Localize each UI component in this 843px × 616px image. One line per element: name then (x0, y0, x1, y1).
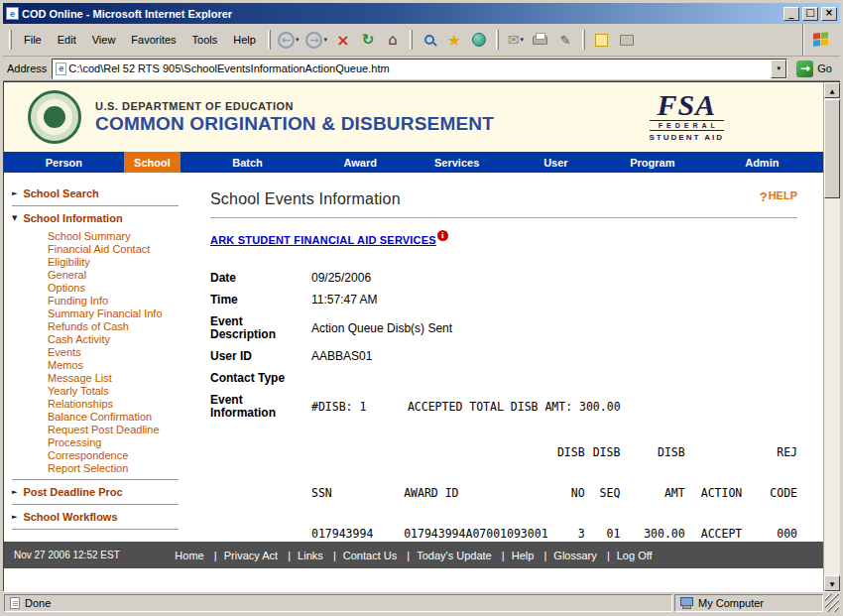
address-input[interactable] (66, 60, 771, 78)
sidebar-item[interactable]: Request Post Deadline Processing (48, 424, 196, 449)
sidebar-section-label: Post Deadline Proc (23, 486, 122, 498)
nav-tab[interactable]: Services (407, 152, 508, 173)
mail-button[interactable]: ✉ ▾ (504, 27, 528, 53)
close-button[interactable]: × (821, 7, 837, 21)
field-label-user-id: User ID (210, 350, 311, 363)
sidebar-divider (12, 479, 179, 480)
sidebar-item[interactable]: Financial Aid Contact (48, 243, 196, 256)
stop-button[interactable]: × (331, 27, 355, 53)
sidebar-item[interactable]: General (48, 269, 196, 282)
sidebar-item[interactable]: Balance Confirmation (48, 411, 196, 424)
menu-bar: FileEditViewFavoritesToolsHelp (16, 32, 264, 48)
sidebar-section-label: School Information (23, 212, 122, 224)
footer-link[interactable]: Log Off (607, 550, 662, 561)
footer-link[interactable]: Glossary (543, 550, 606, 561)
menu-item[interactable]: Edit (50, 32, 84, 48)
refresh-icon: ↻ (362, 31, 375, 49)
sidebar-item[interactable]: Correspondence (48, 449, 196, 462)
sidebar-item[interactable]: Events (48, 346, 196, 359)
window-title: COD Online - Microsoft Internet Explorer (22, 8, 781, 20)
table-header-cell (404, 445, 557, 486)
home-button[interactable]: ⌂ (381, 27, 405, 53)
maximize-button[interactable]: □ (802, 7, 818, 21)
table-header-cell (311, 445, 404, 486)
minimize-button[interactable]: _ (783, 7, 799, 21)
window-icon (6, 7, 19, 20)
sidebar-item[interactable]: School Summary (48, 230, 196, 243)
stop-icon: × (336, 31, 349, 50)
vertical-scrollbar[interactable]: ▲ ▼ (823, 82, 840, 591)
edit-icon: ✎ (560, 33, 571, 48)
sidebar-item[interactable]: Message List (48, 372, 196, 385)
back-button[interactable]: ← ▾ (275, 27, 302, 53)
footer-link[interactable]: Help (502, 550, 544, 561)
title-bar: COD Online - Microsoft Internet Explorer… (3, 3, 840, 24)
scroll-down-icon[interactable]: ▼ (824, 575, 840, 591)
media-button[interactable] (467, 27, 491, 53)
scrollbar-thumb[interactable] (824, 99, 840, 198)
sidebar-section-school-search[interactable]: School Search (4, 185, 202, 202)
page-frame: U.S. DEPARTMENT OF EDUCATION COMMON ORIG… (3, 81, 840, 591)
edit-button[interactable]: ✎ (553, 27, 577, 53)
footer-link[interactable]: Today's Update (407, 550, 501, 561)
sidebar-item[interactable]: Eligibility (48, 256, 196, 269)
refresh-button[interactable]: ↻ (356, 27, 380, 53)
nav-tab[interactable]: Program (604, 152, 700, 173)
info-icon[interactable] (437, 230, 448, 241)
forward-button[interactable]: → ▾ (302, 27, 330, 53)
table-header-cell: REJ (754, 445, 797, 486)
sidebar-item[interactable]: Summary Financial Info (48, 308, 196, 320)
event-fields: Date 09/25/2006 Time 11:57:47 AM Event D… (210, 272, 797, 420)
tools-button[interactable] (615, 27, 639, 53)
sidebar-section-post-deadline-proc[interactable]: Post Deadline Proc (4, 483, 202, 501)
sidebar-item[interactable]: Funding Info (48, 295, 196, 308)
menu-item[interactable]: Help (225, 32, 264, 48)
menu-item[interactable]: Tools (184, 32, 226, 48)
help-link[interactable]: HELP (760, 190, 797, 203)
site-branding: U.S. DEPARTMENT OF EDUCATION COMMON ORIG… (95, 100, 494, 135)
nav-tab[interactable]: School (124, 152, 181, 173)
nav-tab[interactable]: Person (4, 152, 124, 173)
nav-tab[interactable]: Admin (701, 152, 823, 173)
table-cell-disb-seq: 01 (585, 527, 621, 541)
table-header-cell: ACTION (685, 486, 755, 527)
fsa-logo: FSA FEDERAL STUDENT AID (650, 92, 724, 142)
print-button[interactable] (529, 27, 552, 53)
nav-tab[interactable]: Award (314, 152, 407, 173)
field-label-contact-type: Contact Type (210, 372, 311, 385)
sidebar-item[interactable]: Cash Activity (48, 333, 196, 346)
favorites-button[interactable]: ★ (442, 27, 466, 53)
sidebar-item[interactable]: Report Selection (48, 462, 196, 475)
system-name: COMMON ORIGINATION & DISBURSEMENT (95, 113, 494, 135)
footer-link[interactable]: Privacy Act (214, 550, 288, 561)
menu-item[interactable]: File (16, 32, 50, 48)
nav-tab[interactable]: Batch (181, 152, 314, 173)
search-button[interactable] (418, 27, 441, 53)
nav-tab[interactable]: User (508, 152, 604, 173)
field-label-event-information: Event Information (210, 394, 311, 420)
windows-flag-icon (813, 32, 829, 49)
sidebar-item[interactable]: Memos (48, 359, 196, 372)
field-value-contact-type (311, 372, 621, 385)
notes-button[interactable] (590, 27, 614, 53)
sidebar-item[interactable]: Yearly Totals (48, 385, 196, 398)
address-dropdown-icon[interactable]: ▾ (771, 60, 786, 78)
resize-grip[interactable] (825, 594, 839, 612)
menu-item[interactable]: View (84, 32, 124, 48)
footer-link[interactable]: Contact Us (333, 550, 407, 561)
sidebar-section-school-information[interactable]: School Information (4, 209, 202, 227)
go-button[interactable]: → Go (792, 61, 836, 77)
footer-link[interactable]: Home (165, 550, 213, 561)
school-link[interactable]: ARK STUDENT FINANCIAL AID SERVICES (210, 234, 436, 246)
sidebar-section-school-workflows[interactable]: School Workflows (4, 508, 202, 526)
sidebar-item[interactable]: Options (48, 282, 196, 295)
menu-item[interactable]: Favorites (123, 32, 183, 48)
footer-link[interactable]: Links (288, 550, 333, 561)
department-name: U.S. DEPARTMENT OF EDUCATION (95, 100, 494, 112)
scroll-up-icon[interactable]: ▲ (824, 82, 840, 98)
back-icon: ← (278, 32, 295, 49)
sidebar-item[interactable]: Relationships (48, 398, 196, 411)
page-bottom-filler (4, 568, 823, 591)
toolbar-grip (410, 30, 413, 50)
sidebar-item[interactable]: Refunds of Cash (48, 320, 196, 333)
